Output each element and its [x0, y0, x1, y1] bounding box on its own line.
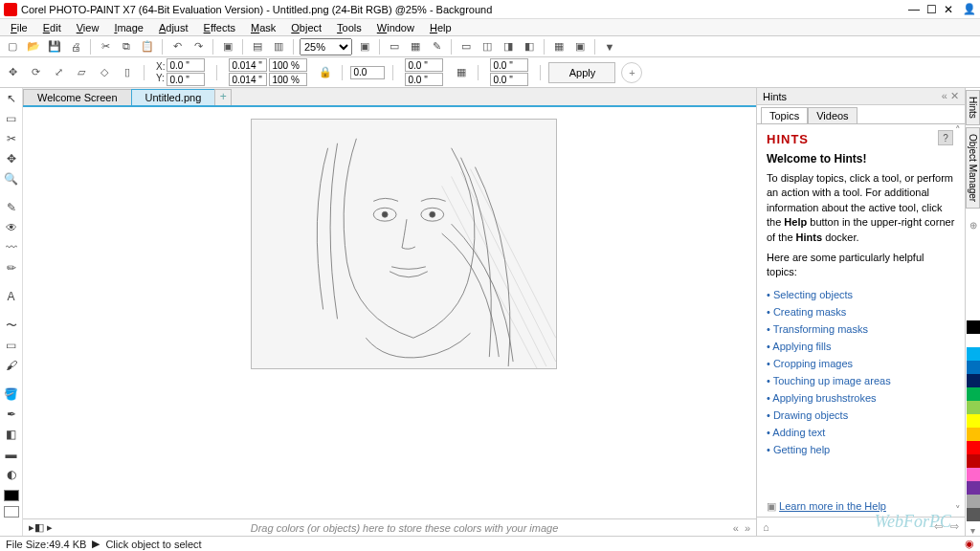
text-tool-icon[interactable]: A — [2, 288, 21, 305]
hint-link-5[interactable]: Touching up image areas — [767, 372, 955, 389]
print-icon[interactable]: 🖨 — [67, 38, 84, 55]
palette-add-icon[interactable]: ⊕ — [969, 220, 977, 231]
menu-file[interactable]: File — [4, 21, 34, 34]
transparency-tool-icon[interactable]: ◐ — [2, 466, 21, 483]
palette-swatch-3[interactable] — [967, 361, 980, 374]
tray-next-icon[interactable]: » — [745, 522, 750, 534]
scale-icon[interactable]: ⤢ — [50, 64, 67, 81]
eraser-tool-icon[interactable]: ◧ — [2, 426, 21, 443]
zoom-tool-icon[interactable]: 🔍 — [2, 170, 21, 187]
mask-rect-tool-icon[interactable]: ▭ — [2, 110, 21, 127]
paint-tool-icon[interactable]: 🖌 — [2, 357, 21, 374]
tab-topics[interactable]: Topics — [761, 107, 808, 123]
hint-link-3[interactable]: Applying fills — [767, 338, 955, 355]
launcher2-icon[interactable]: ▣ — [571, 38, 589, 55]
palette-more-icon[interactable]: ▾ — [970, 525, 975, 536]
menu-tools[interactable]: Tools — [330, 21, 368, 34]
mask-transform-tool-icon[interactable]: ✂ — [2, 130, 21, 147]
x-input[interactable] — [167, 58, 205, 72]
close-button[interactable]: ✕ — [940, 3, 957, 16]
scroll-down-icon[interactable]: ˅ — [955, 504, 961, 517]
palette-swatch-13[interactable] — [967, 495, 980, 508]
learn-more-link[interactable]: Learn more in the Help — [779, 500, 886, 512]
menu-adjust[interactable]: Adjust — [152, 21, 195, 34]
palette-swatch-4[interactable] — [967, 374, 980, 387]
b2-input[interactable] — [490, 73, 528, 86]
copy-icon[interactable]: ⧉ — [118, 38, 135, 55]
lock-ratio-icon[interactable]: 🔒 — [317, 64, 334, 81]
canvas-area[interactable] — [23, 107, 756, 518]
tab-untitled[interactable]: Untitled.png — [131, 89, 216, 105]
save-icon[interactable]: 💾 — [46, 38, 63, 55]
palette-swatch-10[interactable] — [967, 454, 980, 468]
color-tray-toggle[interactable]: ▸◧ ▸ — [29, 521, 53, 534]
palette-swatch-11[interactable] — [967, 468, 980, 481]
effect-tool-icon[interactable]: ✏ — [2, 259, 21, 276]
clone-tool-icon[interactable]: ✎ — [2, 199, 21, 216]
zoom-select[interactable]: 25% — [300, 38, 352, 55]
menu-edit[interactable]: Edit — [36, 21, 68, 34]
menu-object[interactable]: Object — [284, 21, 328, 34]
status-play-icon[interactable]: ▶ — [92, 538, 100, 550]
menu-effects[interactable]: Effects — [197, 21, 242, 34]
menu-help[interactable]: Help — [423, 21, 458, 34]
menu-image[interactable]: Image — [107, 21, 150, 34]
hint-link-1[interactable]: Creating masks — [767, 303, 955, 320]
palette-swatch-12[interactable] — [967, 481, 980, 495]
undo-icon[interactable]: ↶ — [168, 38, 186, 55]
palette-swatch-8[interactable] — [967, 428, 980, 441]
mask2-icon[interactable]: ◫ — [479, 38, 496, 55]
open-icon[interactable]: 📂 — [25, 38, 42, 55]
menu-window[interactable]: Window — [370, 21, 421, 34]
hints-home-icon[interactable]: ⌂ — [763, 521, 769, 533]
perspective-icon[interactable]: ▯ — [119, 64, 136, 81]
b1-input[interactable] — [490, 58, 528, 72]
docker-tab-object-manager[interactable]: Object Manager — [966, 127, 980, 209]
export-icon[interactable]: ▤ — [249, 38, 266, 55]
tab-videos[interactable]: Videos — [808, 107, 857, 123]
guides-icon[interactable]: ✎ — [428, 38, 445, 55]
pct2-input[interactable] — [269, 73, 307, 86]
palette-swatch-14[interactable] — [967, 508, 980, 521]
fill-tool-icon[interactable]: 🪣 — [2, 386, 21, 403]
palette-swatch-1[interactable] — [967, 334, 980, 347]
fullscreen-icon[interactable]: ▣ — [356, 38, 373, 55]
mask-icon[interactable]: ▭ — [457, 38, 475, 55]
a1-input[interactable] — [405, 58, 443, 72]
apply-button[interactable]: Apply — [548, 62, 615, 83]
new-icon[interactable]: ▢ — [4, 38, 21, 55]
foreground-swatch[interactable] — [4, 490, 19, 501]
hints-collapse-icon[interactable]: « ✕ — [942, 90, 959, 102]
user-icon[interactable]: 👤 — [963, 3, 976, 15]
eyedropper-tool-icon[interactable]: ✒ — [2, 406, 21, 423]
hint-link-2[interactable]: Transforming masks — [767, 320, 955, 338]
palette-swatch-5[interactable] — [967, 387, 980, 401]
export2-icon[interactable]: ▥ — [270, 38, 287, 55]
rulers-icon[interactable]: ▭ — [386, 38, 403, 55]
mask3-icon[interactable]: ◨ — [500, 38, 517, 55]
h-input[interactable] — [229, 73, 267, 86]
w-input[interactable] — [229, 58, 267, 72]
hint-link-0[interactable]: Selecting objects — [767, 286, 955, 303]
app-launch-icon[interactable]: ▼ — [601, 38, 618, 55]
hint-link-4[interactable]: Cropping images — [767, 355, 955, 372]
minimize-button[interactable]: — — [905, 3, 923, 16]
add-preset-button[interactable]: + — [621, 62, 642, 83]
a2-input[interactable] — [405, 73, 443, 86]
redo-icon[interactable]: ↷ — [189, 38, 207, 55]
menu-view[interactable]: View — [70, 21, 106, 34]
rotation-input[interactable] — [350, 66, 385, 79]
anchor-icon[interactable]: ▦ — [453, 64, 470, 81]
hint-link-7[interactable]: Drawing objects — [767, 407, 955, 424]
import-icon[interactable]: ▣ — [219, 38, 236, 55]
pick-move-icon[interactable]: ✥ — [4, 64, 21, 81]
palette-swatch-9[interactable] — [967, 441, 980, 454]
tray-prev-icon[interactable]: « — [733, 522, 739, 534]
palette-swatch-2[interactable] — [967, 347, 980, 361]
skew-icon[interactable]: ▱ — [73, 64, 90, 81]
hint-link-8[interactable]: Adding text — [767, 424, 955, 441]
rect-tool-icon[interactable]: ▭ — [2, 337, 21, 354]
cut-icon[interactable]: ✂ — [97, 38, 114, 55]
grid-icon[interactable]: ▦ — [407, 38, 424, 55]
docker-tab-hints[interactable]: Hints — [966, 90, 980, 125]
